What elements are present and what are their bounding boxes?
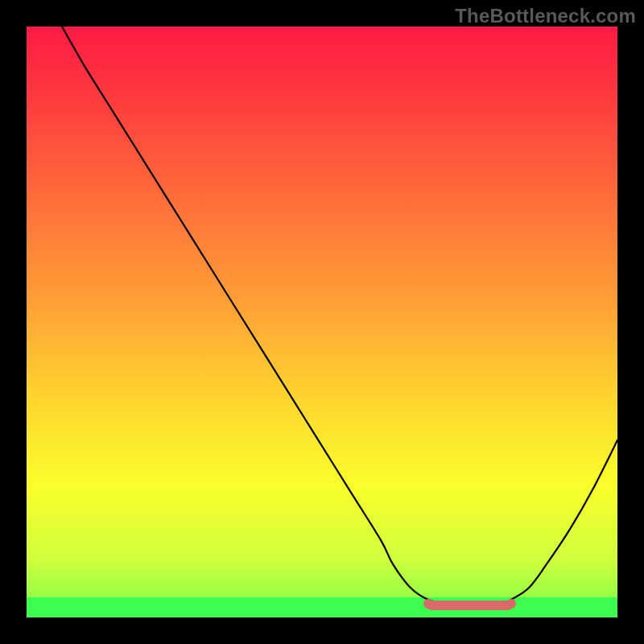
chart-container: TheBottleneck.com — [0, 0, 644, 644]
svg-rect-0 — [27, 27, 617, 617]
optimal-range-marker — [427, 601, 513, 610]
gradient-background — [27, 27, 617, 617]
watermark-text: TheBottleneck.com — [455, 5, 636, 27]
plot-area — [27, 27, 617, 617]
